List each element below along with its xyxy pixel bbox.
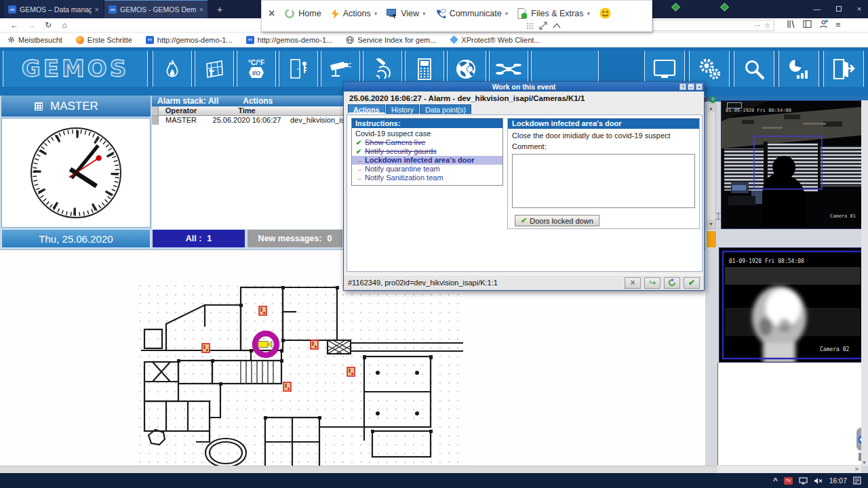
site-map-icon[interactable] [195, 51, 234, 87]
gear-icon [7, 36, 15, 44]
library-icon[interactable] [787, 20, 795, 30]
dialog-title-bar[interactable]: Work on this event [344, 82, 704, 92]
bookmark-star-icon[interactable]: ☆ [764, 22, 770, 29]
network-icon[interactable] [799, 477, 808, 485]
dialog-help-icon[interactable]: ? [679, 83, 686, 90]
main-horizontal-scrollbar[interactable] [0, 466, 716, 473]
grid-handle-icon[interactable] [526, 22, 534, 30]
dialog-minimize-icon[interactable]: ‒ [688, 83, 694, 90]
dialog-event-line: 25.06.2020 16:06:27 - Alarm - dev_hikvis… [349, 94, 585, 102]
volume-muted-icon[interactable] [814, 477, 823, 485]
alarm-table-row[interactable]: MASTER 25.06.2020 16:06:27 dev_hikvision… [152, 116, 343, 125]
row-selector[interactable] [152, 116, 159, 125]
help-circle-icon[interactable]: ? [709, 96, 716, 103]
column-time[interactable]: Time [203, 106, 290, 115]
scroll-down-icon[interactable]: ▼ [862, 460, 867, 465]
window-close-icon[interactable]: × [849, 0, 868, 18]
dialog-status-bar: #1162349, pro02id=dev_hikvision_isapi/K:… [344, 274, 704, 290]
toolbar-files-extras[interactable]: Files & Extras ▾ [517, 8, 590, 19]
tab-actions[interactable]: Actions [348, 104, 385, 114]
comment-textarea[interactable] [512, 154, 695, 208]
camera-feed-2-thermal[interactable]: 01-09-1920 Fri 08:54:08 Camera 02 [719, 247, 867, 363]
page-vertical-scrollbar[interactable]: ▼ [861, 100, 868, 466]
bookmark-most-visited[interactable]: Meistbesucht [7, 36, 62, 44]
window-minimize-icon[interactable]: — [807, 0, 827, 18]
expand-icon[interactable] [539, 22, 547, 30]
search-tile-icon[interactable] [734, 51, 774, 87]
instruction-step[interactable]: ✔ Show Camera live [352, 138, 502, 147]
reload-icon[interactable]: ↻ [42, 20, 54, 31]
window-maximize-icon[interactable] [829, 0, 849, 18]
forward-event-button[interactable]: ↪ [644, 277, 660, 289]
dialog-close-icon[interactable]: × [696, 83, 703, 90]
right-horizontal-scrollbar[interactable]: > [717, 466, 861, 473]
scroll-up-icon[interactable]: ▲ [707, 104, 715, 113]
bookmark-gemos-demo-2[interactable]: ela http://gemos-demo-1... [246, 36, 333, 44]
menu-icon[interactable]: ≡ [835, 20, 841, 30]
scroll-down-icon[interactable]: ▼ [707, 220, 715, 228]
scroll-right-icon[interactable]: > [855, 466, 859, 472]
chevron-down-icon: ▾ [374, 10, 378, 17]
instruction-step[interactable]: ✔ Notify security gaurds [352, 147, 502, 156]
io-temperature-icon[interactable]: °C/°FI/O [237, 51, 276, 87]
action-center-icon[interactable] [853, 476, 861, 485]
reports-chart-icon[interactable] [778, 51, 819, 87]
refresh-button[interactable] [664, 277, 680, 289]
tray-expand-icon[interactable]: ^ [773, 476, 777, 485]
tab-gemos-data-manager[interactable]: ela GEMOS – Data manager × [4, 0, 103, 18]
collapse-chevron-icon[interactable] [553, 23, 561, 28]
bookmark-service-index[interactable]: Service Index for gem... [346, 36, 436, 44]
instruction-step[interactable]: → Notify Sanitization team [352, 174, 502, 182]
logout-exit-icon[interactable] [823, 51, 864, 87]
row-time: 25.06.2020 16:06:27 [203, 116, 290, 125]
file-puzzle-icon [517, 8, 528, 19]
bookmark-label: Meistbesucht [18, 36, 62, 44]
column-operator[interactable]: Operator [159, 106, 203, 115]
monitor-icon [387, 9, 397, 18]
tab-data-points[interactable]: Data point(s) [420, 104, 471, 114]
tab-close-icon[interactable]: × [95, 5, 99, 14]
camera-feed-1[interactable]: 01-09-1920 Fri 08:54:08 Camera 01 [721, 100, 867, 229]
new-tab-button[interactable]: + [213, 3, 226, 16]
account-icon[interactable] [819, 20, 828, 30]
tv-tray-icon[interactable]: TV [784, 477, 793, 485]
home-icon[interactable]: ⌂ [58, 20, 71, 31]
alarm-stack-label[interactable]: Alarm stack: All [157, 96, 218, 106]
door-access-icon[interactable] [279, 51, 318, 87]
tab-close-icon[interactable]: × [199, 5, 203, 14]
sidebar-icon[interactable] [803, 20, 812, 30]
counter-all[interactable]: All : 1 [152, 229, 245, 248]
toolbar-communicate[interactable]: Communicate ▾ [435, 9, 509, 19]
toolbar-home[interactable]: Home [284, 8, 321, 19]
more-options-icon[interactable]: ⋯ [754, 22, 761, 29]
gemos-logo[interactable]: GEMOS [3, 51, 148, 87]
tab-history[interactable]: History [386, 104, 419, 114]
case-title: Covid-19 suspect case [352, 128, 502, 138]
discard-button[interactable]: × [625, 277, 641, 289]
floor-plan-map[interactable] [139, 285, 465, 466]
status-segment-orange [706, 230, 717, 248]
bookmark-xprotect[interactable]: XProtect® Web Client... [450, 36, 540, 44]
column-event[interactable] [290, 106, 343, 115]
toolbar-view[interactable]: View ▾ [387, 9, 425, 18]
smiley-icon[interactable] [599, 7, 611, 20]
step-detail-box: Lockdown infected area's door Close the … [507, 118, 700, 229]
toolbar-close-icon[interactable]: × [269, 7, 275, 20]
alarm-actions-label[interactable]: Actions [243, 96, 273, 106]
toolbar-actions[interactable]: Actions ▾ [331, 9, 378, 19]
fire-alarm-icon[interactable] [153, 51, 192, 87]
counter-new-messages[interactable]: New messages: 0 [247, 229, 343, 248]
tab-gemos-demo-v2[interactable]: ela GEMOS - GEMOS Demo V2 × [104, 0, 208, 18]
back-icon[interactable]: ← [8, 20, 20, 31]
doors-locked-down-button[interactable]: ✔ Doors locked down [515, 215, 599, 226]
bookmark-gemos-demo-1[interactable]: ela http://gemos-demo-1... [146, 36, 233, 44]
arrow-icon: → [355, 165, 362, 173]
confirm-button[interactable]: ✔ [684, 277, 700, 289]
instruction-step-selected[interactable]: → Lockdown infected area's door [352, 156, 502, 165]
tray-clock[interactable]: 16:07 [829, 476, 847, 485]
forward-icon[interactable]: → [26, 20, 38, 31]
instruction-step[interactable]: → Notify quarantine team [352, 165, 502, 174]
bookmark-getting-started[interactable]: Erste Schritte [76, 36, 132, 44]
middle-vertical-scrollbar[interactable]: ▲ ▼ [706, 103, 716, 229]
chevron-down-icon: ▾ [505, 10, 509, 17]
